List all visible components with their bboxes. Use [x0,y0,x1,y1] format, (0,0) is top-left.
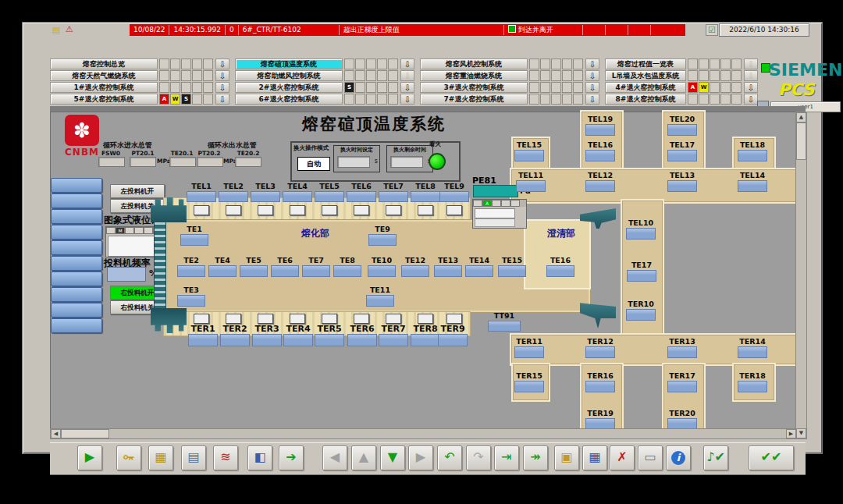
sensor-value-box[interactable] [738,381,767,392]
nav-picture-button[interactable]: 1#退火窑控制系统 [50,82,158,93]
group-cell[interactable] [181,59,191,69]
toolbar-button[interactable]: ▭ [638,445,663,470]
sensor-value-box[interactable] [188,334,218,346]
toolbar-button[interactable]: ⚷ [116,445,141,470]
group-cell[interactable] [699,70,709,81]
sensor-value-box[interactable] [187,191,216,202]
sensor-value-box[interactable] [252,334,282,346]
nav-jump-arrow-icon[interactable]: ⇩ [215,82,229,93]
group-cell[interactable] [388,59,398,69]
sensor-value-box[interactable] [240,265,268,277]
sensor-value-box[interactable] [368,265,396,277]
sensor-value-box[interactable] [411,334,440,346]
nav-picture-button[interactable]: 3#退火窑控制系统 [420,82,528,93]
group-cell[interactable] [688,70,698,81]
sensor-value-box[interactable] [366,295,394,307]
sensor-value-box[interactable] [438,334,468,346]
group-cell[interactable] [529,59,539,69]
scroll-up-icon[interactable]: ▲ [796,112,806,122]
toolbar-button[interactable]: ▣ [554,445,579,470]
nav-picture-button[interactable]: 7#退火窑控制系统 [420,94,528,105]
sensor-value-box[interactable] [379,334,408,346]
group-cell[interactable] [688,59,698,69]
sensor-value-box[interactable] [488,321,521,332]
sensor-value-box[interactable] [627,270,656,282]
group-cell[interactable] [203,70,213,81]
nav-jump-arrow-icon[interactable]: ⇩ [215,70,229,81]
nav-jump-arrow-icon[interactable]: ⇩ [744,82,758,93]
group-cell[interactable] [203,94,213,105]
toolbar-button[interactable]: ▼ [380,445,405,470]
group-cell[interactable] [203,59,213,69]
scroll-left-icon[interactable]: ◀ [51,429,61,438]
group-cell[interactable] [159,59,169,69]
gauge-cell[interactable] [106,227,116,234]
nav-picture-button[interactable]: 熔窑碹顶温度系统 [235,59,343,69]
group-cell[interactable] [731,82,742,93]
value-te20-2[interactable] [235,157,261,167]
nav-jump-arrow-icon[interactable]: ⇩ [400,94,414,105]
fire-mode-button[interactable]: 自动 [297,157,330,171]
sidebar-system-button[interactable] [51,193,102,208]
group-cell[interactable] [710,70,720,81]
sidebar-system-button[interactable] [51,287,102,302]
group-cell[interactable] [551,94,561,105]
group-cell[interactable] [710,59,720,69]
value-pt20-1[interactable] [130,157,156,167]
sensor-value-box[interactable] [347,334,377,346]
toolbar-button[interactable]: ▤ [181,445,206,470]
value-pe81[interactable] [473,185,518,197]
group-cell[interactable] [551,82,561,93]
group-cell[interactable] [344,94,354,105]
nav-picture-button[interactable]: 熔窑助燃风控制系统 [235,70,343,81]
gauge-cell[interactable] [144,227,153,234]
sensor-value-box[interactable] [283,334,313,346]
sidebar-system-button[interactable] [51,240,102,255]
nav-jump-arrow-icon[interactable]: ⇩ [744,94,758,105]
group-cell[interactable] [377,59,387,69]
sidebar-system-button[interactable] [51,178,102,193]
sensor-value-box[interactable] [514,346,544,358]
nav-jump-arrow-icon[interactable]: ⇩ [585,82,599,93]
nav-jump-arrow-icon[interactable]: ⇩ [215,59,229,69]
scroll-down-icon[interactable]: ▼ [796,428,806,438]
sensor-value-box[interactable] [271,265,299,277]
sensor-value-box[interactable] [585,346,615,358]
group-cell[interactable] [540,82,550,93]
fire-set-value[interactable] [337,156,370,168]
gauge-cell[interactable] [134,227,144,234]
toolbar-button[interactable]: ➔ [279,445,304,470]
group-cell[interactable] [540,70,550,81]
gauge-cell[interactable] [125,227,134,234]
sensor-value-box[interactable] [439,191,469,202]
group-cell[interactable] [562,94,572,105]
nav-picture-button[interactable]: L吊墙及水包温度系统 [605,70,686,81]
group-cell[interactable] [159,70,169,81]
sidebar-system-button[interactable] [51,318,102,333]
gauge-mode-cell[interactable]: M [116,227,125,234]
group-cell[interactable] [720,94,731,105]
group-cell[interactable]: S [181,94,191,105]
group-cell[interactable] [203,82,213,93]
group-cell[interactable] [170,82,180,93]
nav-jump-arrow-icon[interactable]: ⇩ [400,59,414,69]
scroll-thumb[interactable] [61,429,109,438]
group-cell[interactable] [192,70,202,81]
group-cell[interactable]: S [344,82,354,93]
sensor-value-box[interactable] [177,265,205,277]
sensor-value-box[interactable] [514,150,544,161]
toolbar-button[interactable]: ≋ [213,445,238,470]
group-cell[interactable] [551,59,561,69]
group-cell[interactable] [192,94,202,105]
sensor-value-box[interactable] [738,346,767,358]
nav-picture-button[interactable]: 熔窑控制总览 [50,59,158,69]
scroll-right-icon[interactable]: ▶ [786,429,796,438]
toolbar-button[interactable]: ▦ [148,445,173,470]
vertical-scrollbar[interactable]: ▲ ▼ [795,112,807,439]
sensor-value-box[interactable] [498,265,526,277]
value-pt20-2[interactable] [197,157,223,167]
group-cell[interactable] [529,82,539,93]
sensor-value-box[interactable] [626,228,656,240]
group-cell[interactable] [388,94,398,105]
group-cell[interactable] [377,82,387,93]
